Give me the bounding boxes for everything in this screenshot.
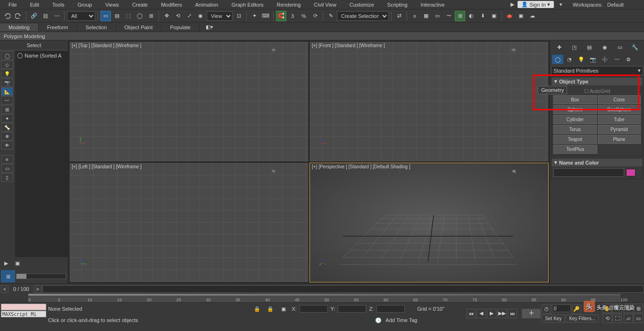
schematic-view-button[interactable]: ⊞ [455,11,465,21]
time-config-icon[interactable]: ⏱ [542,305,551,314]
refcoord-dropdown[interactable]: View [207,11,233,21]
tab-freeform[interactable]: Freeform [39,24,77,31]
filter-spacewarps-icon[interactable]: 〰 [1,96,13,105]
menu-animation[interactable]: Animation [189,1,225,8]
render-production-button[interactable]: 🫖 [504,11,515,21]
time-slider-track[interactable] [42,285,644,293]
timeline-right-icon[interactable]: > [34,285,42,293]
menu-grapheditors[interactable]: Graph Editors [225,1,270,8]
viewport-front[interactable]: [+] [Front ] [Standard ] [Wireframe ] FR… [309,41,549,162]
polygon-modeling-label[interactable]: Polygon Modeling [4,33,45,39]
object-name-input[interactable] [553,168,624,177]
pivot-button[interactable]: ⊡ [234,11,244,21]
viewport-left-label[interactable]: [+] [Left ] [Standard ] [Wireframe ] [72,164,142,169]
menu-customize[interactable]: Customize [343,1,381,8]
filter-lights-icon[interactable]: 💡 [1,69,13,78]
motion-tab-icon[interactable]: ◉ [599,42,611,52]
prev-frame-button[interactable]: ◀ [477,309,486,318]
cone-button[interactable]: Cone [598,95,641,104]
time-ruler[interactable]: 0510152025303540455055606570758085909510… [28,294,620,302]
menu-rendering[interactable]: Rendering [270,1,308,8]
menu-modifiers[interactable]: Modifiers [154,1,189,8]
play-button[interactable]: ▶ [487,309,496,318]
timeline-left-icon[interactable]: < [1,285,8,293]
menu-file[interactable]: File [2,1,24,8]
key-mode-icon[interactable]: 🔑 [572,305,581,314]
placement-button[interactable]: ◉ [195,11,206,21]
cylinder-button[interactable]: Cylinder [553,115,597,124]
set-key-button[interactable]: Set Key [542,314,565,323]
utilities-tab-icon[interactable]: 🔧 [629,42,641,52]
filter-bone-icon[interactable]: 🦴 [1,123,13,132]
snap-button[interactable]: 🧲 [276,11,286,21]
edit-named-sel-button[interactable]: ✎ [326,11,336,21]
mxs-listener[interactable]: MAXScript Mi [1,311,46,317]
signin-menu[interactable]: ▾ [556,0,566,10]
named-selection-dropdown[interactable]: Create Selection Se [337,11,389,21]
viewport-persp-label[interactable]: [+] [Perspective ] [Standard ] [Default … [312,164,410,169]
signin-button[interactable]: 👤 Sign In ▾ [518,1,553,8]
menu-group[interactable]: Group [71,1,99,8]
rect-region-button[interactable]: ⬚ [123,11,134,21]
angle-snap-button[interactable]: 3 [287,11,298,21]
menu-create[interactable]: Create [125,1,154,8]
filter-shapes-icon[interactable]: ◇ [1,60,13,69]
expand-icon[interactable]: ▶ [1,258,11,268]
undo-button[interactable] [2,11,12,21]
ribbon-toggle-icon[interactable]: ◧▾ [204,22,215,33]
bind-button[interactable]: 〰 [51,11,62,21]
menu-edit[interactable]: Edit [24,1,46,8]
name-color-header[interactable]: ▾Name and Color [552,158,643,166]
torus-button[interactable]: Torus [553,125,597,134]
collapse-icon[interactable]: ▣ [12,258,23,268]
plane-button[interactable]: Plane [598,135,641,144]
helpers-category-icon[interactable]: ➕ [599,55,611,64]
autokey-button[interactable]: + [522,309,541,318]
rotate-button[interactable]: ⟲ [173,11,183,21]
scale-button[interactable]: ⤢ [184,11,194,21]
menu-interactive[interactable]: Interactive [414,1,452,8]
primitive-dropdown[interactable]: Standard Primitives▾ [551,66,643,75]
viewport-front-label[interactable]: [+] [Front ] [Standard ] [Wireframe ] [312,43,385,48]
menu-scripting[interactable]: Scripting [381,1,414,8]
geosphere-button[interactable]: GeoSphere [598,105,641,114]
arrow-icon[interactable]: ▶ [507,0,518,10]
mxs-output[interactable] [1,304,46,310]
pyramid-button[interactable]: Pyramid [598,125,641,134]
geometry-category-icon[interactable]: ◯ [552,55,563,64]
goto-end-button[interactable]: ⏭ [508,309,517,318]
viewport-top[interactable]: [+] [Top ] [Standard ] [Wireframe ] TOP … [69,41,309,162]
menu-views[interactable]: Views [99,1,125,8]
manipulate-button[interactable]: ✦ [249,11,259,21]
workspace-selector[interactable]: Default [604,1,642,8]
lights-category-icon[interactable]: 💡 [576,55,587,64]
unlink-button[interactable]: ⛓ [40,11,50,21]
select-button[interactable]: ▭ [100,11,111,21]
viewport-left[interactable]: [+] [Left ] [Standard ] [Wireframe ] LEF… [69,163,309,283]
layers-button[interactable]: ▦ [421,11,431,21]
filter-groups-icon[interactable]: ⊞ [1,105,13,114]
viewcube-top[interactable]: TOP [270,47,299,75]
spinner-snap-button[interactable]: ⟳ [310,11,320,21]
sphere-button[interactable]: Sphere [553,105,597,114]
filter-frozen-icon[interactable]: 👁 [1,141,13,149]
add-time-tag[interactable]: Add Time Tag [385,317,417,323]
toggle-ribbon-button[interactable]: ▭ [432,11,443,21]
y-input[interactable] [338,305,366,313]
filter-containers-icon[interactable]: ❄ [1,132,13,141]
timetag-icon[interactable]: 🕓 [373,315,384,325]
align-button[interactable]: ≡ [410,11,420,21]
circ-region-button[interactable]: ◯ [134,11,145,21]
tab-modeling[interactable]: Modeling [0,24,39,31]
tube-button[interactable]: Tube [598,115,641,124]
move-button[interactable]: ✥ [161,11,172,21]
render-frame-button[interactable]: ▣ [489,11,499,21]
viewport-layout-icon[interactable]: ⊞ [1,270,15,282]
mirror-button[interactable]: ⇄ [394,11,404,21]
display-none-icon[interactable]: ▭ [1,164,13,173]
hierarchy-tab-icon[interactable]: ▤ [584,42,595,52]
selection-filter[interactable]: All [67,11,95,21]
menu-tools[interactable]: Tools [46,1,71,8]
material-editor-button[interactable]: ◐ [466,11,477,21]
orbit-view-icon[interactable]: ⟲ [602,314,612,323]
